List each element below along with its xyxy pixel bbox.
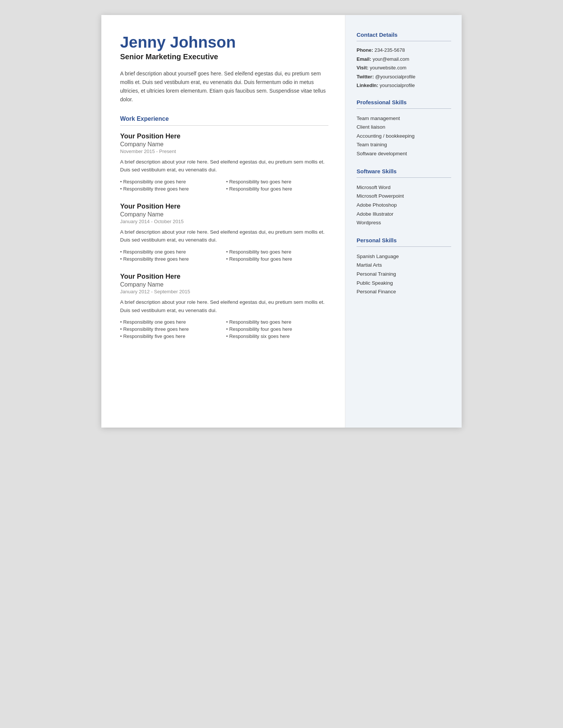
work-experience-heading: Work Experience xyxy=(120,116,328,122)
professional-skills-heading: Professional Skills xyxy=(357,99,451,105)
candidate-name: Jenny Johnson xyxy=(120,34,328,51)
resp-item: Responsibility one goes here xyxy=(120,319,223,325)
pers-skill-4: Public Speaking xyxy=(357,279,451,288)
job-1-description: A brief description about your role here… xyxy=(120,158,328,174)
job-2-company: Company Name xyxy=(120,211,328,218)
contact-divider xyxy=(357,41,451,41)
contact-phone: Phone: 234-235-5678 xyxy=(357,47,451,54)
soft-skill-4: Adobe Illustrator xyxy=(357,210,451,219)
contact-linkedin: LinkedIn: yoursocialprofile xyxy=(357,82,451,89)
visit-value: yourwebsite.com xyxy=(370,65,406,71)
job-3-description: A brief description about your role here… xyxy=(120,298,328,314)
professional-skills-divider xyxy=(357,108,451,109)
job-block-3: Your Position Here Company Name January … xyxy=(120,273,328,339)
job-block-1: Your Position Here Company Name November… xyxy=(120,132,328,192)
contact-visit: Visit: yourwebsite.com xyxy=(357,64,451,72)
soft-skill-2: Microsoft Powerpoint xyxy=(357,192,451,201)
left-column: Jenny Johnson Senior Marketing Executive… xyxy=(101,15,345,428)
linkedin-value: yoursocialprofile xyxy=(379,83,415,88)
work-experience-divider xyxy=(120,125,328,126)
contact-email: Email: your@email.com xyxy=(357,56,451,63)
phone-label: Phone: xyxy=(357,47,373,53)
personal-skills-section: Personal Skills Spanish Language Martial… xyxy=(357,237,451,296)
job-2-description: A brief description about your role here… xyxy=(120,228,328,244)
right-column: Contact Details Phone: 234-235-5678 Emai… xyxy=(345,15,462,428)
job-1-responsibilities: Responsibility one goes here Responsibil… xyxy=(120,179,328,192)
job-3-responsibilities: Responsibility one goes here Responsibil… xyxy=(120,319,328,339)
summary-text: A brief description about yourself goes … xyxy=(120,69,328,104)
pro-skill-3: Accounting / bookkeeping xyxy=(357,132,451,141)
contact-section: Contact Details Phone: 234-235-5678 Emai… xyxy=(357,32,451,89)
phone-value: 234-235-5678 xyxy=(375,47,405,53)
resp-item: Responsibility six goes here xyxy=(226,333,329,339)
resp-item: Responsibility two goes here xyxy=(226,319,329,325)
resume-page: Jenny Johnson Senior Marketing Executive… xyxy=(101,15,462,428)
contact-twitter: Twitter: @yoursocialprofile xyxy=(357,73,451,81)
resp-item: Responsibility one goes here xyxy=(120,249,223,255)
job-3-company: Company Name xyxy=(120,281,328,288)
candidate-title: Senior Marketing Executive xyxy=(120,53,328,61)
soft-skill-3: Adobe Photoshop xyxy=(357,201,451,210)
contact-heading: Contact Details xyxy=(357,32,451,38)
resp-item: Responsibility three goes here xyxy=(120,256,223,262)
pers-skill-2: Martial Arts xyxy=(357,261,451,270)
linkedin-label: LinkedIn: xyxy=(357,83,378,88)
personal-skills-heading: Personal Skills xyxy=(357,237,451,243)
job-block-2: Your Position Here Company Name January … xyxy=(120,203,328,262)
pro-skill-2: Client liaison xyxy=(357,123,451,132)
job-2-date: January 2014 - October 2015 xyxy=(120,219,328,224)
software-skills-heading: Software Skills xyxy=(357,168,451,174)
twitter-label: Twitter: xyxy=(357,74,374,80)
pers-skill-5: Personal Finance xyxy=(357,287,451,296)
software-skills-section: Software Skills Microsoft Word Microsoft… xyxy=(357,168,451,227)
job-1-date: November 2015 - Present xyxy=(120,149,328,154)
pers-skill-1: Spanish Language xyxy=(357,252,451,261)
resp-item: Responsibility three goes here xyxy=(120,326,223,332)
soft-skill-1: Microsoft Word xyxy=(357,183,451,192)
job-3-date: January 2012 - September 2015 xyxy=(120,289,328,294)
pro-skill-1: Team management xyxy=(357,114,451,123)
resp-item: Responsibility four goes here xyxy=(226,326,329,332)
resp-item: Responsibility three goes here xyxy=(120,186,223,192)
pro-skill-5: Software development xyxy=(357,149,451,158)
email-value: your@email.com xyxy=(373,56,409,62)
resp-item: Responsibility four goes here xyxy=(226,186,329,192)
resp-item: Responsibility five goes here xyxy=(120,333,223,339)
job-1-position: Your Position Here xyxy=(120,132,328,140)
job-2-position: Your Position Here xyxy=(120,203,328,210)
resp-item: Responsibility two goes here xyxy=(226,179,329,185)
resp-item: Responsibility four goes here xyxy=(226,256,329,262)
pers-skill-3: Personal Training xyxy=(357,270,451,279)
software-skills-divider xyxy=(357,177,451,178)
job-2-responsibilities: Responsibility one goes here Responsibil… xyxy=(120,249,328,262)
visit-label: Visit: xyxy=(357,65,369,71)
twitter-value: @yoursocialprofile xyxy=(375,74,415,80)
soft-skill-5: Wordpress xyxy=(357,218,451,227)
resp-item: Responsibility two goes here xyxy=(226,249,329,255)
pro-skill-4: Team training xyxy=(357,140,451,149)
email-label: Email: xyxy=(357,56,371,62)
job-1-company: Company Name xyxy=(120,141,328,148)
resp-item: Responsibility one goes here xyxy=(120,179,223,185)
professional-skills-section: Professional Skills Team management Clie… xyxy=(357,99,451,158)
personal-skills-divider xyxy=(357,246,451,247)
job-3-position: Your Position Here xyxy=(120,273,328,281)
